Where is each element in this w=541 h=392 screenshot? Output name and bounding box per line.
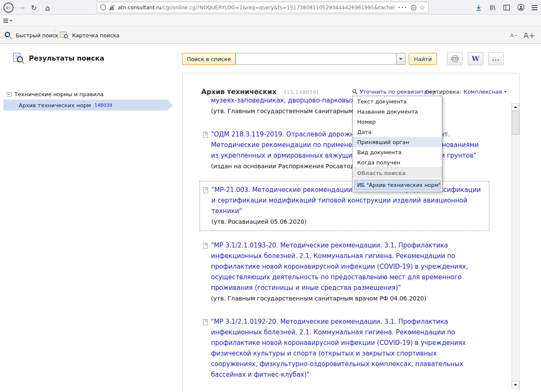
menu-icon[interactable]	[532, 5, 538, 10]
list-counter: [15:148039]	[284, 89, 319, 95]
result-item: музеях-заповедниках, дворцово-парковых м…	[211, 95, 484, 117]
url-bar[interactable]: atn.consultant.ru/cgi/online.cgi?NOQUERY…	[97, 2, 429, 13]
page-actions-icon[interactable]: •••	[398, 5, 407, 10]
arrow-down-icon	[514, 384, 517, 386]
menu-item-number[interactable]: Номер	[353, 117, 442, 127]
pocket-icon[interactable]	[411, 5, 416, 11]
quick-search-icon	[4, 31, 12, 39]
more-icon: ...	[492, 56, 500, 62]
tree-item-archive-selected[interactable]: Архив технических норм 148039	[3, 100, 173, 111]
search-input[interactable]	[236, 53, 396, 64]
browser-toolbar: ← → ↻ ⌂ atn.consultant.ru/cgi/online.cgi…	[0, 0, 541, 15]
search-results-heading: Результаты поиска	[13, 53, 104, 64]
sort-label: Сортировка:	[425, 89, 461, 95]
result-link[interactable]: "МР 3.1/2.1.0193-20. Методические рекоме…	[211, 240, 484, 293]
refine-dropdown-menu: Текст документа Название документа Номер…	[352, 96, 442, 192]
list-title: Архив технических	[201, 88, 276, 96]
more-actions-button[interactable]: ...	[488, 52, 504, 65]
search-in-list-button[interactable]: Поиск в списке	[182, 53, 236, 65]
tree-node-label: Технические нормы и правила	[14, 91, 103, 97]
url-path: /cgi/online.cgi?NOQUERYLOG=1&req=query&t…	[161, 5, 395, 11]
menu-item-date[interactable]: Дата	[353, 127, 442, 137]
insecure-lock-icon[interactable]	[109, 5, 115, 11]
vertical-scrollbar[interactable]	[511, 103, 519, 389]
home-button[interactable]: ⌂	[42, 2, 53, 14]
menu-item-document-name[interactable]: Название документа	[353, 106, 442, 117]
export-word-button[interactable]: W	[468, 52, 483, 65]
menu-item-date-received[interactable]: Когда получен	[353, 157, 442, 167]
search-history-dropdown-button[interactable]	[396, 53, 405, 64]
scrollbar-thumb[interactable]	[512, 111, 519, 135]
document-icon	[203, 132, 208, 138]
back-icon: ←	[3, 3, 14, 13]
result-item: "ОДМ 218.3.119-2019. Отраслевой дорожный…	[211, 129, 484, 172]
refine-label: Уточнить по реквизитам	[360, 89, 431, 95]
sort-control[interactable]: Сортировка: Комплексная	[425, 89, 507, 95]
result-link[interactable]: музеях-заповедниках, дворцово-парковых м…	[211, 95, 484, 106]
url-host: atn.consultant.ru	[118, 5, 161, 11]
bookmark-star-icon[interactable]: ☆	[419, 4, 425, 11]
back-button[interactable]: ←	[3, 2, 14, 14]
dropdown-section-header: Область поиска	[353, 167, 442, 178]
tracking-protection-shield-icon[interactable]	[100, 4, 106, 11]
account-icon[interactable]	[517, 4, 524, 11]
page-content: Результаты поиска Технические нормы и пр…	[0, 44, 541, 392]
sidebar-toggle-icon[interactable]	[503, 5, 510, 11]
url-text: atn.consultant.ru/cgi/online.cgi?NOQUERY…	[118, 5, 395, 11]
collapse-icon[interactable]	[7, 92, 11, 97]
result-count-badge: 148039	[94, 103, 112, 108]
scroll-up-button[interactable]	[512, 103, 519, 111]
forward-button[interactable]: →	[16, 2, 28, 14]
chevron-down-icon	[504, 91, 507, 93]
quick-search-button[interactable]: Быстрый поиск	[4, 27, 58, 44]
font-size-controls: A− A+	[510, 27, 535, 44]
document-icon	[203, 187, 208, 193]
search-combo	[236, 53, 405, 65]
refine-search-icon	[352, 89, 358, 95]
list-menu-button[interactable]	[3, 17, 12, 25]
chevron-down-icon	[10, 20, 12, 22]
refine-by-attributes-button[interactable]: Уточнить по реквизитам	[352, 89, 436, 95]
library-icon[interactable]	[489, 4, 496, 11]
menu-item-document-type[interactable]: Вид документа	[353, 147, 442, 157]
search-card-icon	[60, 31, 69, 39]
results-panel: Архив технических [15:148039] Уточнить п…	[182, 73, 520, 392]
arrow-up-icon	[514, 106, 517, 108]
result-note: (утв. Главным государственным санитарным…	[211, 106, 484, 117]
toolbar-separator	[55, 30, 55, 40]
results-list: музеях-заповедниках, дворцово-парковых м…	[211, 95, 484, 392]
increase-font-button[interactable]: A+	[524, 31, 535, 40]
find-button[interactable]: Найти	[409, 53, 437, 65]
document-icon	[203, 243, 208, 249]
result-note: (издан на основании Распоряжения Росавто…	[211, 161, 484, 172]
selected-tree-label: Архив технических норм	[19, 102, 91, 108]
app-toolbar: Быстрый поиск Карточка поиска A− A+	[0, 27, 541, 44]
browser-action-icons	[475, 0, 538, 15]
download-icon[interactable]	[475, 4, 482, 11]
document-icon	[203, 319, 208, 325]
search-results-title: Результаты поиска	[29, 54, 104, 62]
tree-node-technical-norms[interactable]: Технические нормы и правила	[7, 91, 103, 97]
result-note: (утв. Росавиацией 05.06.2020)	[211, 217, 484, 227]
result-item: "МР 3.1/2.1.0192-20. Методические рекоме…	[211, 317, 484, 380]
menu-item-adopting-authority[interactable]: Принявший орган	[353, 137, 442, 147]
print-button[interactable]	[447, 52, 463, 65]
secondary-toolbar	[0, 15, 541, 26]
reload-button[interactable]: ↻	[28, 2, 40, 14]
printer-icon	[451, 56, 459, 62]
result-note: (утв. Главным государственным санитарным…	[211, 293, 484, 304]
result-link[interactable]: "МР 3.1/2.1.0192-20. Методические рекоме…	[211, 317, 484, 380]
dropdown-scope-item[interactable]: ИБ "Архив технических норм"	[354, 180, 441, 190]
result-link[interactable]: "МР-21.003. Методические рекомендации. Р…	[211, 185, 484, 217]
decrease-font-button[interactable]: A−	[510, 32, 519, 39]
sort-value: Комплексная	[463, 89, 502, 95]
scroll-down-button[interactable]	[512, 381, 519, 389]
result-item: "МР 3.1/2.1.0193-20. Методические рекоме…	[211, 240, 484, 304]
list-menu-icon	[3, 19, 8, 23]
result-link[interactable]: "ОДМ 218.3.119-2019. Отраслевой дорожный…	[211, 129, 484, 161]
search-results-icon	[13, 53, 25, 64]
menu-item-document-text[interactable]: Текст документа	[353, 96, 442, 106]
chevron-down-icon	[399, 58, 402, 60]
search-card-label: Карточка поиска	[72, 32, 119, 39]
search-card-button[interactable]: Карточка поиска	[60, 27, 119, 44]
